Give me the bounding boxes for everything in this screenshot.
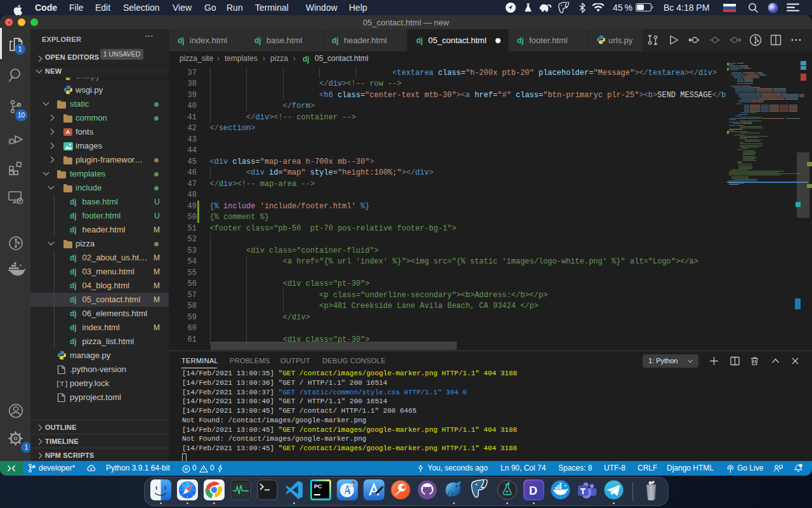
svg-text:PC: PC: [314, 483, 322, 490]
svg-text:D: D: [529, 485, 537, 497]
